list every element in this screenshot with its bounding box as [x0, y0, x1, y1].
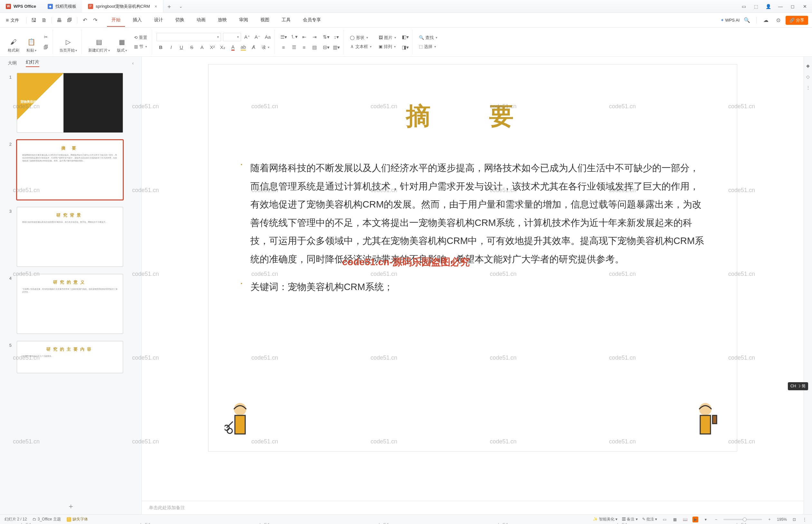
find-button[interactable]: 🔍查找▾	[417, 34, 439, 41]
template-tab[interactable]: ◆ 找稻壳模板	[42, 0, 82, 13]
bold-icon[interactable]: B	[156, 43, 165, 52]
save-icon[interactable]: 🖫	[29, 15, 39, 25]
new-tab-menu[interactable]: ⌄	[175, 4, 186, 9]
wps-ai-button[interactable]: ✦WPS AI	[720, 18, 740, 22]
shadow-icon[interactable]: A	[198, 43, 206, 52]
search-icon[interactable]: 🔍	[742, 15, 752, 25]
section-button[interactable]: ▥节▾	[132, 43, 149, 50]
italic-icon[interactable]: I	[167, 43, 175, 52]
beautify-button[interactable]: ✨ 智能美化 ▾	[593, 517, 617, 522]
shape-button[interactable]: ◯形状▾	[348, 34, 370, 41]
arrange-button[interactable]: ▣排列▾	[377, 43, 398, 50]
zoom-out-icon[interactable]: −	[713, 517, 719, 522]
fit-view-icon[interactable]: ⊡	[791, 517, 797, 522]
theme-label[interactable]: 🗀 3_Office 主题	[33, 517, 61, 522]
vertical-align-icon[interactable]: ⊟▾	[322, 43, 330, 52]
maximize-icon[interactable]: ◻	[790, 3, 796, 10]
cut-icon[interactable]: ✂	[42, 33, 50, 41]
tab-view[interactable]: 视图	[256, 14, 274, 27]
minimize-icon[interactable]: —	[777, 3, 784, 10]
tab-transition[interactable]: 切换	[171, 14, 189, 27]
collapse-panel-icon[interactable]: ‹	[132, 61, 134, 66]
ime-indicator[interactable]: CH ☽ 简	[788, 382, 808, 390]
sidebar-tool-2[interactable]: ◇	[806, 74, 810, 79]
tab-tools[interactable]: 工具	[277, 14, 295, 27]
print-icon[interactable]: 🖶	[54, 15, 64, 25]
notes-pane[interactable]: 单击此处添加备注	[142, 501, 803, 514]
close-tab-icon[interactable]: ×	[154, 4, 157, 9]
format-brush-button[interactable]: 🖌格式刷	[6, 36, 21, 54]
undo-icon[interactable]: ↶	[80, 15, 89, 25]
align-left-icon[interactable]: ≡	[279, 43, 288, 52]
textbox-button[interactable]: Ａ文本框▾	[348, 43, 374, 50]
review-button[interactable]: ✎ 批注 ▾	[642, 517, 657, 522]
sorter-view-icon[interactable]: ▦	[672, 517, 678, 522]
zoom-knob[interactable]	[743, 518, 747, 521]
normal-view-icon[interactable]: ▭	[662, 517, 667, 522]
sync-icon[interactable]: ⊙	[773, 15, 783, 25]
close-window-icon[interactable]: ✕	[802, 3, 808, 10]
thumbnail-4[interactable]: 研究的意义 "互联网+"的迅速发展，给传统的服务行业发展方向带来了全新的机遇与挑…	[17, 274, 123, 334]
font-color-icon[interactable]: A	[229, 43, 237, 52]
paste-button[interactable]: 📋粘贴▾	[24, 36, 38, 54]
sidebar-tool-3[interactable]: ⋮	[806, 85, 810, 90]
app-tab[interactable]: W WPS Office	[0, 0, 42, 13]
increase-indent-icon[interactable]: ⇥	[310, 33, 319, 41]
more-views-icon[interactable]: ⋮	[802, 517, 808, 522]
align-center-icon[interactable]: ☰	[290, 43, 298, 52]
style-effect-icon[interactable]: ◨▾	[401, 43, 410, 52]
clear-format-icon[interactable]: A̸	[249, 43, 258, 52]
change-case-icon[interactable]: Aa	[264, 33, 272, 41]
align-right-icon[interactable]: ≡	[300, 43, 308, 52]
decrease-font-icon[interactable]: A⁻	[253, 33, 262, 41]
thumbnail-1[interactable]: 宠物美容机构CRM系统PPT	[17, 73, 123, 133]
slides-tab[interactable]: 幻灯片	[26, 59, 39, 67]
tab-review[interactable]: 审阅	[235, 14, 253, 27]
cloud-icon[interactable]: ☁	[761, 15, 771, 25]
zoom-in-icon[interactable]: ＋	[766, 517, 772, 522]
window-cube-icon[interactable]: ⬚	[753, 3, 759, 10]
tab-animation[interactable]: 动画	[192, 14, 210, 27]
save-as-icon[interactable]: 🗎	[39, 15, 49, 25]
thumbnail-5[interactable]: 研究的主要内容 本系统主要包括以下几个功能模块...	[17, 341, 123, 373]
picture-button[interactable]: 🖼图片▾	[377, 34, 398, 41]
from-current-button[interactable]: ▷当页开始▾	[57, 36, 79, 54]
thumbnail-3[interactable]: 研究背景 随着社会的快速发展以及信息化程度的不断加深，各行各业信息化、数字化、网…	[17, 207, 123, 267]
underline-icon[interactable]: U	[177, 43, 186, 52]
superscript-icon[interactable]: X²	[208, 43, 217, 52]
canvas-scroll[interactable]: 摘 要 随着网络科技的不断发展以及人们经济水平的逐步提高，网络技术如今已成为人们…	[142, 57, 803, 501]
line-spacing-icon[interactable]: ↕▾	[332, 33, 341, 41]
tab-insert[interactable]: 插入	[128, 14, 146, 27]
columns-icon[interactable]: ▥▾	[332, 43, 341, 52]
align-justify-icon[interactable]: ▤	[310, 43, 319, 52]
bullets-icon[interactable]: ☰▾	[279, 33, 288, 41]
tab-vip[interactable]: 会员专享	[298, 14, 326, 27]
new-tab-button[interactable]: ＋	[163, 3, 175, 10]
text-direction-icon[interactable]: ⇅▾	[322, 33, 330, 41]
tab-slideshow[interactable]: 放映	[213, 14, 231, 27]
reader-button[interactable]: 读▾	[260, 44, 271, 51]
decrease-indent-icon[interactable]: ⇤	[300, 33, 308, 41]
zoom-slider[interactable]	[724, 519, 762, 520]
slideshow-icon[interactable]: ▶	[693, 517, 698, 522]
style-theme-icon[interactable]: ◧▾	[401, 33, 410, 41]
add-slide-button[interactable]: ＋	[0, 498, 142, 514]
redo-icon[interactable]: ↷	[90, 15, 100, 25]
share-button[interactable]: 🔗 分享	[785, 16, 808, 25]
window-avatar-icon[interactable]: 👤	[765, 3, 772, 10]
increase-font-icon[interactable]: A⁺	[243, 33, 251, 41]
font-size-select[interactable]: ▾	[223, 33, 241, 41]
file-menu[interactable]: ≡文件	[1, 17, 23, 23]
window-panel-icon[interactable]: ▭	[741, 3, 747, 10]
slideshow-menu-icon[interactable]: ▾	[703, 517, 709, 522]
print-preview-icon[interactable]: 🗊	[65, 15, 74, 25]
font-name-select[interactable]: ▾	[156, 33, 221, 41]
layout-button[interactable]: ▦版式▾	[115, 36, 129, 54]
new-slide-button[interactable]: ▤新建幻灯片▾	[86, 36, 112, 54]
strike-icon[interactable]: S	[187, 43, 196, 52]
sidebar-tool-1[interactable]: ◆	[806, 63, 810, 68]
missing-font-warning[interactable]: !缺失字体	[67, 517, 88, 522]
copy-icon[interactable]: 🗐	[42, 43, 50, 52]
reset-button[interactable]: ⟲重置	[132, 34, 149, 41]
thumbnail-2[interactable]: 摘 要 随着网络科技的不断发展以及人们经济水平的逐步提高，网络技术如今已成为人们…	[17, 140, 123, 200]
